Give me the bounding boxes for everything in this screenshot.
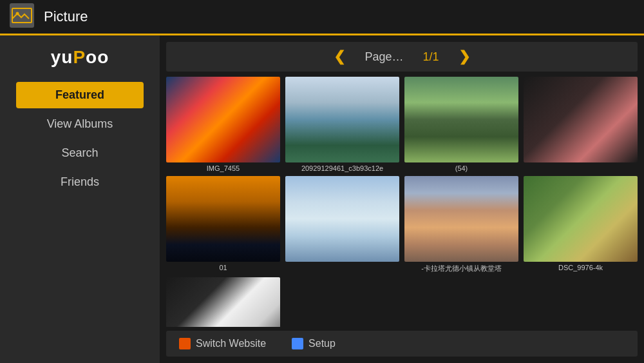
switch-website-label: Switch Website — [196, 338, 266, 349]
switch-website-button[interactable]: Switch Website — [179, 338, 266, 349]
thumbnail-item-8[interactable]: DSC_9976-4k — [524, 176, 638, 273]
topbar: Picture — [0, 0, 644, 35]
svg-point-2 — [16, 12, 19, 15]
thumbnail-item-7[interactable]: -卡拉塔尤德小镇从教堂塔 — [404, 176, 518, 273]
thumbnail-image-7 — [404, 176, 518, 262]
thumbnail-item-1[interactable]: IMG_7455 — [166, 77, 280, 172]
thumbnail-image-6 — [285, 176, 399, 262]
sidebar: yuPoo Featured View Albums Search Friend… — [0, 35, 160, 363]
svg-rect-0 — [10, 3, 34, 28]
content-area: ❮ Page… 1/1 ❯ IMG_745520929129461_c3b93c… — [160, 35, 644, 363]
thumbnail-item-4[interactable] — [524, 77, 638, 172]
thumbnail-image-2 — [285, 77, 399, 162]
thumbnail-item-5[interactable]: 01 — [166, 176, 280, 273]
thumbnail-item-3[interactable]: (54) — [404, 77, 518, 172]
page-title: Picture — [44, 8, 88, 25]
logo-yu: yu — [51, 47, 73, 67]
thumbnail-label-8: DSC_9976-4k — [524, 264, 638, 271]
logo-oo: oo — [86, 47, 109, 67]
next-page-button[interactable]: ❯ — [459, 48, 470, 65]
page-count: 1/1 — [423, 50, 439, 64]
main-layout: yuPoo Featured View Albums Search Friend… — [0, 35, 644, 363]
picture-icon — [10, 3, 34, 30]
setup-button[interactable]: Setup — [292, 338, 336, 349]
thumbnail-item-9[interactable] — [166, 277, 280, 328]
thumbnail-grid: IMG_745520929129461_c3b93c12e(54)01-卡拉塔尤… — [160, 77, 644, 327]
thumbnail-item-2[interactable]: 20929129461_c3b93c12e — [285, 77, 399, 172]
thumbnail-image-1 — [166, 77, 280, 162]
sidebar-item-search[interactable]: Search — [16, 140, 144, 166]
thumbnail-label-7: -卡拉塔尤德小镇从教堂塔 — [404, 264, 518, 273]
logo-poo: P — [73, 47, 86, 67]
thumbnail-image-5 — [166, 176, 280, 262]
sidebar-item-view-albums[interactable]: View Albums — [16, 111, 144, 137]
sidebar-item-featured[interactable]: Featured — [16, 82, 144, 108]
sidebar-item-friends[interactable]: Friends — [16, 169, 144, 195]
thumbnail-label-3: (54) — [404, 164, 518, 172]
pagination-bar: ❮ Page… 1/1 ❯ — [166, 42, 638, 72]
prev-page-button[interactable]: ❮ — [334, 48, 345, 65]
thumbnail-label-2: 20929129461_c3b93c12e — [285, 164, 399, 172]
thumbnail-item-6[interactable] — [285, 176, 399, 273]
logo: yuPoo — [51, 47, 109, 68]
thumbnail-image-3 — [404, 77, 518, 162]
setup-label: Setup — [308, 338, 336, 349]
bottom-bar: Switch Website Setup — [166, 331, 638, 357]
page-label: Page… — [365, 50, 403, 64]
blue-color-indicator — [292, 338, 303, 349]
thumbnail-image-9 — [166, 277, 280, 328]
thumbnail-image-8 — [524, 176, 638, 262]
thumbnail-label-1: IMG_7455 — [166, 164, 280, 172]
orange-color-indicator — [179, 338, 191, 349]
thumbnail-label-5: 01 — [166, 264, 280, 271]
thumbnail-image-4 — [524, 77, 638, 162]
